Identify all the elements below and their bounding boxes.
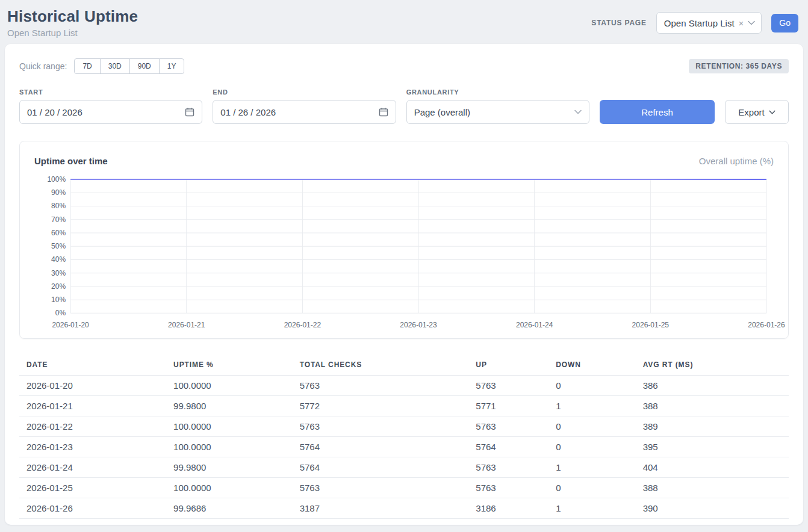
uptime-table: DATEUPTIME %TOTAL CHECKSUPDOWNAVG RT (MS…	[19, 354, 789, 519]
table-cell: 100.0000	[166, 437, 293, 457]
svg-text:30%: 30%	[51, 269, 66, 277]
table-cell: 2026-01-20	[19, 376, 166, 396]
granularity-select[interactable]: Page (overall)	[406, 100, 589, 124]
table-cell: 5763	[468, 376, 549, 396]
svg-text:2026-01-23: 2026-01-23	[400, 321, 437, 329]
table-cell: 388	[636, 396, 789, 416]
table-cell: 100.0000	[166, 416, 293, 437]
table-cell: 0	[549, 376, 635, 396]
quick-range-button-90d[interactable]: 90D	[129, 58, 160, 74]
svg-text:40%: 40%	[51, 255, 66, 264]
table-cell: 5763	[468, 416, 549, 437]
clear-icon[interactable]: ×	[739, 19, 744, 28]
calendar-icon[interactable]	[379, 107, 388, 117]
table-row: 2026-01-2199.9800577257711388	[19, 396, 789, 416]
table-column-header: TOTAL CHECKS	[293, 354, 469, 376]
table-cell: 2026-01-22	[19, 416, 166, 437]
status-page-select[interactable]: Open Startup List ×	[656, 12, 762, 34]
chart-card: Uptime over time Overall uptime (%) 0%10…	[19, 141, 789, 339]
table-cell: 5764	[293, 437, 469, 457]
chevron-down-icon	[769, 110, 775, 114]
svg-text:70%: 70%	[51, 215, 66, 224]
table-cell: 1	[549, 457, 635, 478]
table-cell: 99.9800	[166, 457, 293, 478]
table-cell: 395	[636, 437, 789, 457]
svg-text:2026-01-26: 2026-01-26	[748, 321, 785, 329]
table-header-row: DATEUPTIME %TOTAL CHECKSUPDOWNAVG RT (MS…	[19, 354, 789, 376]
quick-range-button-30d[interactable]: 30D	[100, 58, 130, 74]
page-title: Historical Uptime	[7, 7, 138, 26]
table-row: 2026-01-2499.9800576457631404	[19, 457, 789, 478]
page-header: Historical Uptime Open Startup List STAT…	[0, 0, 808, 44]
svg-text:2026-01-22: 2026-01-22	[284, 321, 322, 329]
quick-range-label: Quick range:	[19, 61, 67, 71]
svg-text:20%: 20%	[51, 282, 66, 291]
svg-text:2026-01-24: 2026-01-24	[516, 321, 553, 329]
table-row: 2026-01-23100.0000576457640395	[19, 437, 789, 457]
quick-range-button-1y[interactable]: 1Y	[159, 58, 185, 74]
end-date-field: END 01 / 26 / 2026	[213, 88, 396, 124]
status-page-label: STATUS PAGE	[591, 19, 646, 27]
table-cell: 389	[636, 416, 789, 437]
table-cell: 99.9800	[166, 396, 293, 416]
quick-range-button-7d[interactable]: 7D	[74, 58, 100, 74]
table-cell: 2026-01-24	[19, 457, 166, 478]
table-cell: 99.9686	[166, 498, 293, 519]
granularity-value: Page (overall)	[414, 107, 470, 117]
start-date-value: 01 / 20 / 2026	[27, 107, 82, 117]
table-cell: 5764	[293, 457, 469, 478]
start-date-field: START 01 / 20 / 2026	[19, 88, 202, 124]
export-button[interactable]: Export	[725, 100, 789, 124]
table-cell: 386	[636, 376, 789, 396]
end-date-input[interactable]: 01 / 26 / 2026	[213, 100, 396, 124]
table-column-header: UPTIME %	[166, 354, 293, 376]
table-cell: 2026-01-26	[19, 498, 166, 519]
table-column-header: AVG RT (MS)	[636, 354, 789, 376]
svg-text:0%: 0%	[55, 309, 66, 317]
table-column-header: UP	[468, 354, 549, 376]
table-cell: 5763	[293, 416, 469, 437]
table-cell: 2026-01-25	[19, 478, 166, 498]
table-cell: 0	[549, 437, 635, 457]
table-cell: 2026-01-23	[19, 437, 166, 457]
svg-text:80%: 80%	[51, 202, 66, 210]
main-card: Quick range: 7D30D90D1Y RETENTION: 365 D…	[5, 44, 803, 525]
start-date-input[interactable]: 01 / 20 / 2026	[19, 100, 202, 124]
table-row: 2026-01-22100.0000576357630389	[19, 416, 789, 437]
table-cell: 5763	[293, 376, 469, 396]
table-row: 2026-01-2699.9686318731861390	[19, 498, 789, 519]
filter-form: START 01 / 20 / 2026 END 01 / 26 / 2026 …	[19, 88, 789, 124]
table-cell: 5763	[468, 478, 549, 498]
table-cell: 100.0000	[166, 478, 293, 498]
chevron-down-icon	[748, 20, 755, 25]
table-cell: 3186	[468, 498, 549, 519]
svg-text:2026-01-25: 2026-01-25	[632, 321, 670, 329]
table-cell: 5771	[468, 396, 549, 416]
table-row: 2026-01-20100.0000576357630386	[19, 376, 789, 396]
go-button[interactable]: Go	[771, 14, 798, 32]
table-cell: 388	[636, 478, 789, 498]
table-cell: 100.0000	[166, 376, 293, 396]
table-column-header: DATE	[19, 354, 166, 376]
svg-text:100%: 100%	[47, 175, 66, 184]
page-subtitle: Open Startup List	[7, 28, 138, 38]
svg-text:10%: 10%	[51, 295, 66, 304]
chart-title: Uptime over time	[34, 156, 108, 166]
end-date-label: END	[213, 88, 396, 96]
table-cell: 5763	[293, 478, 469, 498]
chart-header: Uptime over time Overall uptime (%)	[34, 156, 774, 166]
refresh-button[interactable]: Refresh	[600, 100, 715, 124]
quick-range-row: Quick range: 7D30D90D1Y RETENTION: 365 D…	[19, 58, 789, 74]
table-cell: 5772	[293, 396, 469, 416]
table-cell: 404	[636, 457, 789, 478]
calendar-icon[interactable]	[185, 107, 194, 117]
svg-text:90%: 90%	[51, 188, 66, 197]
svg-text:60%: 60%	[51, 229, 66, 237]
table-column-header: DOWN	[549, 354, 635, 376]
table-cell: 2026-01-21	[19, 396, 166, 416]
retention-badge: RETENTION: 365 DAYS	[689, 59, 789, 73]
svg-text:2026-01-20: 2026-01-20	[52, 321, 89, 329]
uptime-line-chart: 0%10%20%30%40%50%60%70%80%90%100%2026-01…	[32, 175, 776, 332]
table-cell: 1	[549, 498, 635, 519]
title-block: Historical Uptime Open Startup List	[7, 7, 138, 38]
